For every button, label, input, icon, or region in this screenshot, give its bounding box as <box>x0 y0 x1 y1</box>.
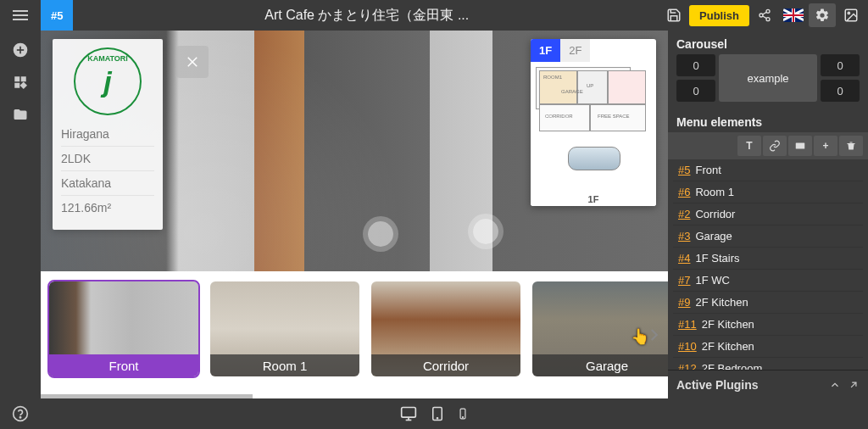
menu-item-label: 1F Stairs <box>695 252 739 265</box>
thumb-front[interactable]: Front <box>49 281 198 376</box>
sidebar: Carousel 0 example 0 0 0 Menu elements T… <box>668 31 868 398</box>
carousel-val-tl[interactable]: 0 <box>676 54 715 76</box>
svg-point-24 <box>437 418 437 419</box>
add-menu-icon[interactable]: + <box>814 136 837 156</box>
menu-item[interactable]: #6Room 1 <box>673 181 863 203</box>
mobile-icon[interactable] <box>457 405 469 422</box>
publish-button[interactable]: Publish <box>689 5 749 26</box>
carousel-val-tr[interactable]: 0 <box>821 54 860 76</box>
menu-item[interactable]: #71F WC <box>673 270 863 292</box>
car-icon <box>568 147 620 170</box>
carousel-val-br[interactable]: 0 <box>821 80 860 102</box>
menu-item[interactable]: #122F Bedroom <box>673 358 863 370</box>
language-flag-icon[interactable] <box>780 3 807 27</box>
carousel-next-icon[interactable] <box>641 305 666 365</box>
help-icon[interactable] <box>0 405 41 422</box>
gear-icon[interactable] <box>809 3 836 27</box>
floorplan-panel: 1F2F ROOM1 UP CORRIDOR FREE SPACE GARAGE… <box>531 39 656 206</box>
logo: KAMATORI j <box>74 47 142 115</box>
hotspot-2[interactable] <box>473 219 498 244</box>
menu-item-tag: #3 <box>678 230 690 242</box>
menu-item[interactable]: #5Front <box>673 159 863 181</box>
widgets-icon[interactable] <box>11 73 30 92</box>
folder-icon[interactable] <box>11 105 30 124</box>
svg-point-6 <box>848 12 849 14</box>
carousel-strip: FrontRoom 1CorridorGarage <box>41 271 668 398</box>
close-icon[interactable] <box>176 46 209 78</box>
thumb-label: Corridor <box>371 354 520 376</box>
menu-item-tag: #6 <box>678 186 690 198</box>
menu-item-label: 2F Kitchen <box>702 318 754 331</box>
menu-section-title: Menu elements <box>668 109 868 132</box>
info-row: Hiragana <box>61 122 154 146</box>
project-title: Art Cafe かまとり住宅（金田東 ... <box>73 7 660 25</box>
panorama-tool-icon[interactable] <box>788 136 812 156</box>
svg-rect-13 <box>20 82 27 89</box>
carousel-controls: 0 example 0 0 0 <box>668 54 868 109</box>
svg-point-0 <box>766 9 770 13</box>
menu-item-tag: #10 <box>678 340 697 353</box>
link-tool-icon[interactable] <box>763 136 787 156</box>
svg-rect-12 <box>14 83 19 88</box>
menu-item-label: Corridor <box>695 208 735 220</box>
carousel-val-bl[interactable]: 0 <box>676 80 715 102</box>
thumb-corridor[interactable]: Corridor <box>371 281 520 376</box>
svg-point-18 <box>14 407 28 421</box>
svg-line-17 <box>851 382 856 387</box>
menu-tools: T + <box>668 132 868 159</box>
menu-item-label: Garage <box>695 230 732 242</box>
menu-item[interactable]: #3Garage <box>673 226 863 248</box>
menu-item-label: 2F Bedroom <box>702 362 763 370</box>
tablet-icon[interactable] <box>430 405 445 422</box>
preview-area: KAMATORI j Hiragana2LDKKatakana121.66m² … <box>41 31 668 398</box>
image-icon[interactable] <box>837 3 865 27</box>
menu-item[interactable]: #112F Kitchen <box>673 314 863 336</box>
expand-icon[interactable] <box>848 379 860 391</box>
thumb-label: Front <box>49 354 198 376</box>
scene-badge[interactable]: #5 <box>41 0 73 31</box>
menu-item-tag: #2 <box>678 208 690 220</box>
share-icon[interactable] <box>751 3 778 27</box>
floorplan-body[interactable]: ROOM1 UP CORRIDOR FREE SPACE GARAGE 1F <box>531 62 656 206</box>
floor-label: 1F <box>531 194 656 204</box>
menu-item-tag: #7 <box>678 274 690 287</box>
logo-text: KAMATORI <box>81 54 135 109</box>
floorplan-tab-2F[interactable]: 2F <box>560 39 590 62</box>
floorplan-tabs: 1F2F <box>531 39 656 62</box>
svg-point-19 <box>19 417 20 418</box>
svg-point-26 <box>463 417 464 418</box>
menu-item-tag: #12 <box>678 362 697 370</box>
svg-point-2 <box>766 18 770 21</box>
text-tool-icon[interactable]: T <box>737 136 761 156</box>
save-icon[interactable] <box>660 3 687 27</box>
hamburger-menu[interactable] <box>0 0 41 31</box>
menu-item-tag: #9 <box>678 296 690 309</box>
menu-list: #5Front#6Room 1#2Corridor#3Garage#41F St… <box>668 159 868 370</box>
menu-item-label: Room 1 <box>695 186 734 198</box>
thumb-room-1[interactable]: Room 1 <box>210 281 359 376</box>
active-plugins-header[interactable]: Active Plugins <box>668 370 868 398</box>
toolbar-right: Publish <box>660 0 868 31</box>
delete-menu-icon[interactable] <box>839 136 863 156</box>
menu-item-label: 2F Kitchen <box>695 296 748 309</box>
menu-item[interactable]: #92F Kitchen <box>673 292 863 314</box>
menu-item-tag: #11 <box>678 318 697 331</box>
svg-rect-20 <box>402 408 416 418</box>
menu-item[interactable]: #2Corridor <box>673 203 863 226</box>
menu-item-tag: #4 <box>678 252 690 265</box>
svg-rect-16 <box>796 143 805 149</box>
svg-rect-10 <box>14 76 19 81</box>
hotspot-1[interactable] <box>368 221 393 247</box>
info-panel: KAMATORI j Hiragana2LDKKatakana121.66m² <box>53 39 163 230</box>
menu-item-label: Front <box>695 164 721 176</box>
topbar: #5 Art Cafe かまとり住宅（金田東 ... Publish <box>0 0 868 31</box>
menu-item[interactable]: #102F Kitchen <box>673 336 863 358</box>
add-icon[interactable] <box>11 41 30 59</box>
carousel-center[interactable]: example <box>719 54 817 102</box>
left-nav <box>0 31 41 398</box>
menu-item[interactable]: #41F Stairs <box>673 248 863 270</box>
desktop-icon[interactable] <box>399 405 418 422</box>
menu-item-tag: #5 <box>678 164 690 176</box>
floorplan-tab-1F[interactable]: 1F <box>531 39 560 62</box>
chevron-up-icon[interactable] <box>829 379 841 391</box>
